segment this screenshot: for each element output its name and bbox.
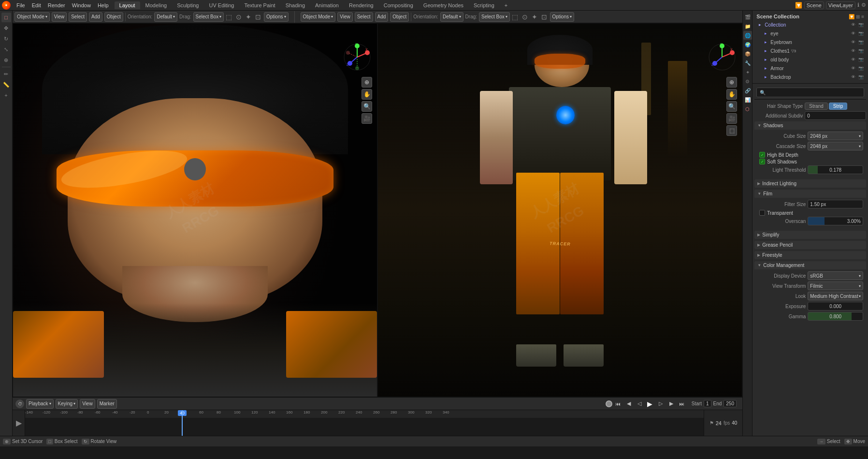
view-menu-left[interactable]: View bbox=[52, 12, 67, 22]
soft-shadows-checkbox[interactable]: ✓ bbox=[759, 159, 765, 164]
outliner-options-icon[interactable]: ≡ bbox=[861, 14, 864, 19]
next-keyframe-btn[interactable]: ▶ bbox=[666, 399, 676, 409]
particles-props-icon[interactable]: ✦ bbox=[743, 68, 752, 76]
tab-sculpting[interactable]: Sculpting bbox=[172, 1, 203, 9]
add-btn[interactable]: + bbox=[1, 90, 11, 100]
high-bit-depth-checkbox[interactable]: ✓ bbox=[759, 152, 765, 158]
end-frame-input[interactable]: 250 bbox=[723, 400, 737, 407]
additional-subdiv-value[interactable]: 0 bbox=[805, 111, 866, 120]
render-tool-right[interactable]: ⬚ bbox=[726, 125, 737, 136]
outliner-filter-icon[interactable]: 🔽 bbox=[849, 14, 854, 19]
playback-dropdown[interactable]: Playback▾ bbox=[26, 399, 54, 409]
tab-shading[interactable]: Shading bbox=[281, 1, 310, 9]
transparent-checkbox[interactable] bbox=[759, 210, 765, 216]
props-search-input[interactable] bbox=[756, 88, 864, 97]
vis-render-clothes1[interactable]: 📷 bbox=[857, 47, 864, 54]
zoom-tool-right[interactable]: 🔍 bbox=[726, 101, 737, 112]
object-props-icon[interactable]: 📦 bbox=[743, 49, 752, 58]
add-menu-right[interactable]: Add bbox=[375, 12, 389, 22]
light-threshold-slider[interactable]: 0.178 bbox=[808, 165, 863, 174]
vis-eye-oldbody[interactable]: 👁 bbox=[850, 56, 856, 63]
move-tool-btn[interactable]: ✥ bbox=[1, 23, 11, 33]
zoom-tool-left[interactable]: 🔍 bbox=[362, 101, 372, 112]
vis-render-eye[interactable]: 📷 bbox=[857, 30, 864, 37]
vis-eye-armor[interactable]: 👁 bbox=[850, 65, 856, 72]
vis-eye-clothes1[interactable]: 👁 bbox=[850, 47, 856, 54]
filter-icon[interactable]: 🔽 bbox=[795, 2, 802, 9]
shadows-header[interactable]: ▼ Shadows bbox=[754, 121, 866, 130]
exposure-slider[interactable]: 0.000 bbox=[808, 302, 863, 311]
cube-size-select[interactable]: 2048 px ▾ bbox=[808, 132, 863, 140]
step-back-btn[interactable]: ◁ bbox=[635, 399, 644, 409]
tab-texture-paint[interactable]: Texture Paint bbox=[239, 1, 280, 9]
menu-edit[interactable]: Edit bbox=[29, 1, 44, 9]
vis-eye-collection[interactable]: 👁 bbox=[850, 21, 856, 28]
measure-btn[interactable]: 📏 bbox=[1, 80, 11, 89]
play-btn[interactable]: ▶ bbox=[645, 399, 655, 409]
keying-dropdown[interactable]: Keying▾ bbox=[56, 399, 78, 409]
camera-tool-left[interactable]: 🎥 bbox=[362, 113, 372, 124]
vis-render-eyebrown[interactable]: 📷 bbox=[857, 39, 864, 45]
vis-render-collection[interactable]: 📷 bbox=[857, 21, 864, 28]
view-transform-select[interactable]: Filmic ▾ bbox=[808, 281, 863, 290]
tab-geometry-nodes[interactable]: Geometry Nodes bbox=[419, 1, 468, 9]
cursor-tool-right[interactable]: ⊕ bbox=[726, 77, 737, 88]
cursor-tool-left[interactable]: ⊕ bbox=[362, 77, 372, 88]
viewport-right[interactable]: TRACER X Y bbox=[377, 23, 742, 397]
vis-eye-backdrop[interactable]: 👁 bbox=[850, 74, 856, 80]
axis-gizmo-left[interactable]: X Y Z bbox=[343, 43, 371, 71]
orientation-dropdown-left[interactable]: Default▾ bbox=[154, 12, 177, 22]
freestyle-header[interactable]: ▶ Freestyle bbox=[754, 251, 866, 259]
start-frame-input[interactable]: 1 bbox=[704, 400, 711, 407]
tab-rendering[interactable]: Rendering bbox=[344, 1, 378, 9]
settings-icon[interactable]: ⚙ bbox=[861, 2, 866, 8]
hair-shape-strand-btn[interactable]: Strand bbox=[805, 103, 827, 110]
outliner-item-oldbody[interactable]: ▸ old body 👁 📷 bbox=[760, 55, 866, 64]
marker-dropdown[interactable]: Marker bbox=[97, 399, 117, 409]
vis-eye-eye[interactable]: 👁 bbox=[850, 30, 856, 37]
tab-add[interactable]: + bbox=[500, 1, 512, 9]
gamma-slider[interactable]: 0.800 bbox=[808, 312, 863, 321]
outliner-view-icon[interactable]: ⊞ bbox=[856, 14, 860, 19]
menu-file[interactable]: File bbox=[14, 1, 28, 9]
jump-end-btn[interactable]: ⏭ bbox=[677, 399, 687, 409]
drag-dropdown-right[interactable]: Select Box▾ bbox=[479, 12, 510, 22]
options-dropdown-right[interactable]: Options▾ bbox=[550, 12, 574, 22]
hair-shape-strip-btn[interactable]: Strip bbox=[829, 103, 848, 110]
viewport-left[interactable]: X Y Z bbox=[13, 23, 377, 397]
vis-render-backdrop[interactable]: 📷 bbox=[857, 74, 864, 80]
hand-tool-right[interactable]: ✋ bbox=[726, 89, 737, 100]
outliner-item-clothes1[interactable]: ▸ Clothes1 ▽3 👁 📷 bbox=[760, 46, 866, 55]
constraints-props-icon[interactable]: 🔗 bbox=[743, 86, 752, 95]
jump-start-btn[interactable]: ⏮ bbox=[613, 399, 623, 409]
material-props-icon[interactable]: ⬡ bbox=[743, 104, 752, 113]
object-menu-left[interactable]: Object bbox=[104, 12, 123, 22]
world-props-icon[interactable]: 🌍 bbox=[743, 40, 752, 49]
select-tool-btn[interactable]: □ bbox=[1, 13, 11, 22]
view-menu-right[interactable]: View bbox=[337, 12, 353, 22]
physics-props-icon[interactable]: ⚙ bbox=[743, 77, 752, 86]
view-dropdown-timeline[interactable]: View bbox=[80, 399, 95, 409]
object-mode-dropdown-left[interactable]: Object Mode ▾ bbox=[14, 12, 50, 22]
outliner-item-eye[interactable]: ▸ eye 👁 📷 bbox=[760, 29, 866, 38]
menu-window[interactable]: Window bbox=[69, 1, 94, 9]
frame-dot[interactable] bbox=[606, 400, 612, 407]
scale-tool-btn[interactable]: ⤡ bbox=[1, 44, 11, 54]
scene-selector[interactable]: Scene bbox=[804, 1, 824, 9]
tab-uv-editing[interactable]: UV Editing bbox=[204, 1, 239, 9]
step-forward-btn[interactable]: ▷ bbox=[656, 399, 665, 409]
data-props-icon[interactable]: 📊 bbox=[743, 95, 752, 104]
info-icon[interactable]: ℹ bbox=[857, 2, 859, 8]
vis-eye-eyebrown[interactable]: 👁 bbox=[850, 39, 856, 45]
tab-modeling[interactable]: Modeling bbox=[141, 1, 172, 9]
options-dropdown-left[interactable]: Options▾ bbox=[264, 12, 288, 22]
hand-tool-left[interactable]: ✋ bbox=[362, 89, 372, 100]
outliner-item-collection[interactable]: ▸ Collection 👁 📷 bbox=[754, 20, 866, 29]
view-layer-selector[interactable]: ViewLayer bbox=[826, 1, 855, 9]
axis-gizmo-right[interactable]: X Y Z bbox=[708, 43, 736, 71]
scene-props-icon[interactable]: 🌐 bbox=[743, 31, 752, 40]
cascade-size-select[interactable]: 2048 px ▾ bbox=[808, 142, 863, 150]
filter-size-value[interactable]: 1.50 px bbox=[808, 200, 863, 208]
output-props-icon[interactable]: 📁 bbox=[743, 22, 752, 30]
tab-scripting[interactable]: Scripting bbox=[469, 1, 499, 9]
